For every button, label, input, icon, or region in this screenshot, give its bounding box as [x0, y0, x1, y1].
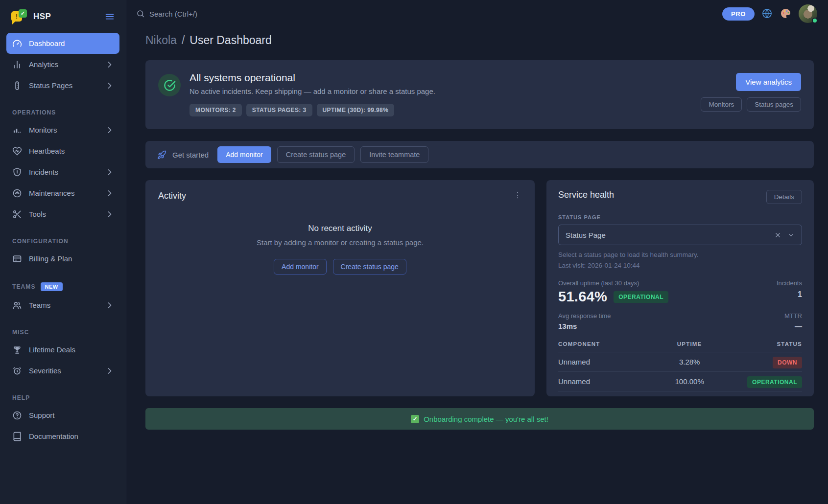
search-icon [136, 9, 145, 18]
rocket-icon [157, 150, 166, 160]
sidebar-item-label: Severities [29, 367, 98, 375]
new-badge: NEW [41, 282, 63, 291]
get-started-label: Get started [172, 151, 209, 159]
sidebar-item-incidents[interactable]: Incidents [6, 161, 119, 183]
incidents-label: Incidents [777, 279, 802, 287]
hero-title: All systems operational [189, 72, 435, 84]
onboarding-banner: ✓ Onboarding complete — you're all set! [145, 408, 814, 430]
check-circle-icon [163, 79, 176, 92]
sidebar-item-documentation[interactable]: Documentation [6, 426, 119, 447]
details-button[interactable]: Details [766, 190, 802, 204]
hero-subtitle: No active incidents. Keep shipping — add… [189, 87, 435, 95]
mttr-label: MTTR [784, 312, 802, 320]
empty-state-title: No recent activity [158, 224, 522, 233]
sidebar-nav: DashboardAnalyticsStatus PagesOPERATIONS… [0, 29, 126, 504]
components-table: COMPONENT UPTIME STATUS Unnamed3.28%DOWN… [558, 338, 802, 391]
status-pages-button[interactable]: Status pages [747, 97, 801, 112]
search-input[interactable]: Search (Ctrl+/) [136, 9, 197, 18]
breadcrumb-parent[interactable]: Nikola [145, 34, 177, 47]
sidebar-item-label: Support [29, 411, 115, 419]
palette-icon[interactable] [780, 8, 792, 20]
uptime-status-badge: OPERATIONAL [614, 291, 668, 303]
chevron-right-icon [105, 60, 115, 69]
create-status-page-button[interactable]: Create status page [277, 146, 355, 163]
add-monitor-button[interactable]: Add monitor [274, 259, 326, 275]
add-monitor-button[interactable]: Add monitor [217, 146, 271, 163]
chevron-down-icon[interactable] [787, 231, 795, 239]
last-visit-text: Last visit: 2026-01-24 10:44 [558, 262, 802, 269]
status-page-select[interactable]: Status Page [558, 225, 802, 245]
chevron-right-icon [105, 209, 115, 219]
sidebar-item-support[interactable]: Support [6, 405, 119, 426]
uptime-label: Overall uptime (last 30 days) [558, 279, 668, 287]
gauge-icon [12, 39, 22, 48]
brand-logo-icon: ! ✓ [11, 9, 27, 24]
check-circle-icon [158, 74, 181, 96]
component-name: Unnamed [558, 358, 652, 366]
status-page-label: STATUS PAGE [558, 214, 802, 220]
monitors-button[interactable]: Monitors [701, 97, 742, 112]
table-row: Unnamed100.00%OPERATIONAL [558, 372, 802, 391]
activity-card: Activity No recent activity Start by add… [145, 180, 535, 396]
sidebar-item-label: Maintenances [29, 189, 98, 197]
sidebar-item-dashboard[interactable]: Dashboard [6, 33, 119, 54]
hamburger-menu-icon[interactable] [104, 11, 115, 22]
hero-stat-badge: UPTIME (30D): 99.98% [317, 104, 395, 116]
chevron-right-icon [105, 125, 115, 135]
service-health-title: Service health [558, 190, 614, 200]
component-uptime: 3.28% [652, 358, 727, 366]
sidebar-item-monitors[interactable]: Monitors [6, 119, 119, 140]
hero-stat-badge: MONITORS: 2 [189, 104, 242, 116]
sidebar-item-heartbeats[interactable]: Heartbeats [6, 140, 119, 161]
sidebar-item-billing-plan[interactable]: Billing & Plan [6, 248, 119, 269]
alarm-clock-icon [12, 366, 22, 376]
sidebar-item-severities[interactable]: Severities [6, 360, 119, 381]
component-uptime: 100.00% [652, 377, 727, 386]
get-started-bar: Get started Add monitorCreate status pag… [145, 141, 814, 168]
sidebar-item-label: Tools [29, 210, 98, 218]
chevron-right-icon [105, 300, 115, 310]
component-name: Unnamed [558, 377, 652, 386]
globe-icon[interactable] [761, 8, 773, 20]
sidebar-item-label: Incidents [29, 168, 98, 176]
breadcrumb: Nikola / User Dashboard [145, 34, 814, 47]
chevron-right-icon [105, 167, 115, 177]
pro-badge[interactable]: PRO [722, 7, 755, 21]
hero-text: All systems operational No active incide… [189, 72, 435, 116]
page-content: Nikola / User Dashboard All systems oper… [126, 27, 828, 504]
dashboard-grid: Activity No recent activity Start by add… [145, 180, 814, 396]
invite-teammate-button[interactable]: Invite teammate [360, 146, 428, 163]
sidebar: ! ✓ HSP DashboardAnalyticsStatus PagesOP… [0, 0, 126, 504]
online-status-dot [812, 18, 818, 23]
breadcrumb-separator: / [182, 34, 185, 47]
sidebar-item-label: Lifetime Deals [29, 345, 115, 354]
avg-response-label: Avg response time [558, 312, 611, 320]
sidebar-item-analytics[interactable]: Analytics [6, 54, 119, 75]
view-analytics-button[interactable]: View analytics [736, 73, 801, 91]
users-icon [12, 300, 22, 310]
app-root: ! ✓ HSP DashboardAnalyticsStatus PagesOP… [0, 0, 828, 504]
sidebar-item-maintenances[interactable]: Maintenances [6, 183, 119, 204]
search-placeholder: Search (Ctrl+/) [149, 10, 197, 18]
uptime-value: 51.64% [558, 289, 607, 305]
select-helper-text: Select a status page to load its health … [558, 251, 802, 258]
topbar-right: PRO [722, 4, 817, 23]
trophy-icon [12, 345, 22, 355]
book-icon [12, 432, 22, 441]
onboarding-banner-text: Onboarding complete — you're all set! [424, 415, 548, 423]
credit-card-icon [12, 254, 22, 264]
create-status-page-button[interactable]: Create status page [333, 259, 406, 275]
user-avatar[interactable] [799, 4, 817, 23]
sidebar-item-status-pages[interactable]: Status Pages [6, 75, 119, 96]
sidebar-item-tools[interactable]: Tools [6, 204, 119, 225]
status-badge: DOWN [773, 357, 802, 368]
kebab-menu-icon[interactable] [513, 191, 522, 200]
chevron-down-icon [787, 231, 795, 239]
sidebar-item-teams[interactable]: Teams [6, 295, 119, 316]
sidebar-item-lifetime-deals[interactable]: Lifetime Deals [6, 339, 119, 360]
hero-banner: All systems operational No active incide… [145, 60, 814, 129]
hero-badges: MONITORS: 2STATUS PAGES: 3UPTIME (30D): … [189, 104, 435, 116]
clear-icon[interactable] [774, 231, 781, 239]
shield-alert-icon [12, 167, 22, 177]
help-circle-icon [12, 411, 22, 420]
